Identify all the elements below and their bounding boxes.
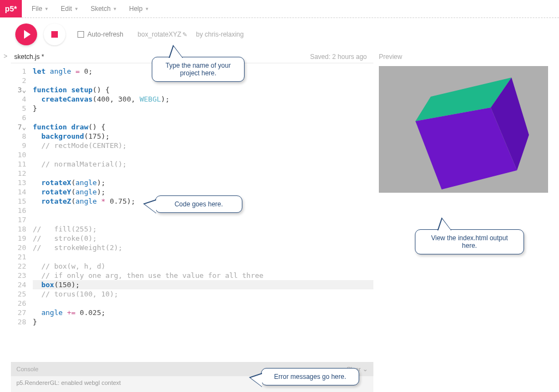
cube-render — [393, 67, 534, 192]
line-number: 7⌄ — [11, 122, 26, 132]
callout-text: Type the name of your project here. — [165, 62, 230, 77]
code-line[interactable] — [33, 169, 373, 178]
line-number: 21 — [11, 252, 26, 262]
code-line[interactable]: background(175); — [33, 132, 373, 141]
menu-edit-label: Edit — [61, 5, 72, 13]
author-prefix: by — [196, 31, 203, 38]
line-number: 1 — [11, 67, 26, 76]
preview-panel: Preview — [373, 51, 559, 392]
line-number: 4 — [11, 94, 26, 104]
code-line[interactable]: angle += 0.025; — [33, 308, 373, 317]
line-number: 13 — [11, 178, 26, 187]
menu-file[interactable]: File▼ — [32, 5, 49, 13]
main-menu: File▼ Edit▼ Sketch▼ Help▼ — [32, 5, 149, 13]
modified-marker: * — [41, 53, 44, 61]
checkbox-icon — [78, 31, 84, 38]
chevron-down-icon: ▼ — [113, 7, 117, 11]
line-number: 25 — [11, 289, 26, 299]
project-name[interactable]: box_rotateXYZ✎ — [138, 31, 187, 38]
line-number: 19 — [11, 234, 26, 243]
main-area: > sketch.js * Saved: 2 hours ago 123⌄456… — [0, 51, 559, 392]
menu-file-label: File — [32, 5, 42, 13]
callout-tail-icon — [249, 373, 262, 387]
code-line[interactable] — [33, 150, 373, 159]
author: by chris-relaxing — [196, 31, 243, 38]
code-line[interactable]: function draw() { — [33, 122, 373, 132]
callout-console: Error messages go here. — [261, 368, 359, 385]
code-line[interactable]: // stroke(0); — [33, 234, 373, 243]
code-line[interactable] — [33, 113, 373, 122]
editor-panel: sketch.js * Saved: 2 hours ago 123⌄4567⌄… — [11, 51, 373, 392]
line-number: 24 — [11, 280, 26, 289]
code-line[interactable]: } — [33, 317, 373, 326]
chevron-down-icon: ▼ — [74, 7, 79, 11]
callout-tail-icon — [143, 199, 156, 213]
line-number: 9 — [11, 141, 26, 150]
line-number: 5 — [11, 104, 26, 113]
line-number: 28 — [11, 317, 26, 326]
code-line[interactable]: // if only one arg, then use the value f… — [33, 271, 373, 280]
stop-button[interactable] — [44, 23, 66, 45]
code-line[interactable]: // rectMode(CENTER); — [33, 141, 373, 150]
code-line[interactable]: // strokeWeight(2); — [33, 243, 373, 252]
menu-help-label: Help — [129, 5, 142, 13]
line-number: 16 — [11, 206, 26, 215]
line-number: 15 — [11, 197, 26, 206]
line-number: 17 — [11, 215, 26, 224]
play-icon — [24, 30, 31, 39]
callout-project-name: Type the name of your project here. — [152, 57, 245, 82]
chevron-down-icon: ▼ — [44, 7, 49, 11]
project-name-text: box_rotateXYZ — [138, 31, 181, 38]
line-number: 6 — [11, 113, 26, 122]
p5-logo[interactable]: p5* — [0, 0, 22, 17]
code-line[interactable]: // torus(100, 10); — [33, 289, 373, 299]
preview-canvas — [379, 66, 548, 193]
autorefresh-toggle[interactable]: Auto-refresh — [78, 31, 123, 38]
line-number: 18 — [11, 224, 26, 234]
line-number: 26 — [11, 299, 26, 308]
play-button[interactable] — [15, 23, 37, 45]
line-number: 14 — [11, 187, 26, 197]
code-line[interactable]: // normalMaterial(); — [33, 159, 373, 169]
line-number: 12 — [11, 169, 26, 178]
callout-text: View the index.html output here. — [431, 234, 508, 250]
menu-edit[interactable]: Edit▼ — [61, 5, 79, 13]
stop-icon — [51, 31, 58, 38]
code-line[interactable]: rotateX(angle); — [33, 178, 373, 187]
code-line[interactable]: createCanvas(400, 300, WEBGL); — [33, 94, 373, 104]
code-line[interactable] — [33, 299, 373, 308]
tab-sketch-js[interactable]: sketch.js * — [14, 53, 44, 61]
sidebar-toggle[interactable]: > — [0, 51, 11, 392]
chevron-right-icon: > — [3, 52, 7, 60]
code-line[interactable] — [33, 252, 373, 262]
line-number: 23 — [11, 271, 26, 280]
code-line[interactable] — [33, 215, 373, 224]
tab-label: sketch.js — [14, 53, 40, 61]
console-title: Console — [16, 366, 38, 372]
callout-text: Error messages go here. — [274, 373, 346, 381]
callout-code: Code goes here. — [155, 195, 242, 213]
code-line[interactable]: } — [33, 104, 373, 113]
line-number: 3⌄ — [11, 85, 26, 94]
menu-help[interactable]: Help▼ — [129, 5, 149, 13]
code-line[interactable]: // fill(255); — [33, 224, 373, 234]
toolbar: Auto-refresh box_rotateXYZ✎ by chris-rel… — [0, 18, 559, 51]
line-number: 2 — [11, 76, 26, 85]
line-gutter: 123⌄4567⌄8910111213141516171819202122232… — [11, 63, 29, 362]
line-number: 20 — [11, 243, 26, 252]
code-line[interactable]: box(150); — [33, 280, 373, 289]
preview-label: Preview — [379, 53, 554, 61]
code-line[interactable]: function setup() { — [33, 85, 373, 94]
line-number: 22 — [11, 262, 26, 271]
chevron-down-icon: ▼ — [145, 7, 149, 11]
autorefresh-label: Auto-refresh — [87, 31, 123, 38]
callout-tail-icon — [169, 45, 183, 58]
menu-sketch[interactable]: Sketch▼ — [91, 5, 117, 13]
saved-status: Saved: 2 hours ago — [310, 53, 373, 61]
callout-preview: View the index.html output here. — [415, 229, 524, 254]
author-name: chris-relaxing — [205, 31, 243, 38]
line-number: 8 — [11, 132, 26, 141]
top-menu-bar: p5* File▼ Edit▼ Sketch▼ Help▼ — [0, 0, 559, 17]
code-line[interactable]: // box(w, h, d) — [33, 262, 373, 271]
menu-sketch-label: Sketch — [91, 5, 111, 13]
